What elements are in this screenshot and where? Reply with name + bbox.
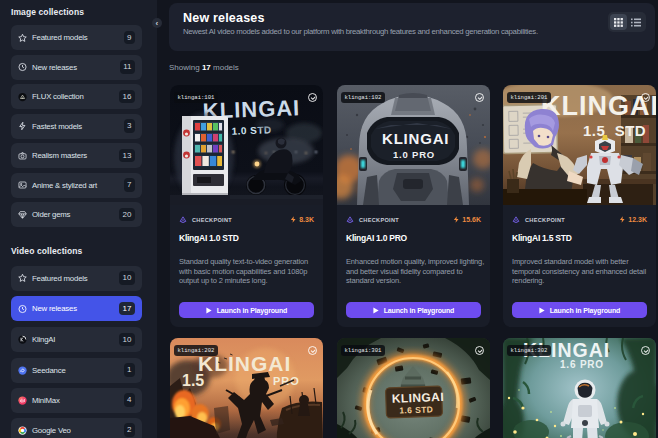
- svg-text:KLINGAI: KLINGAI: [382, 130, 449, 147]
- svg-text:1.5: 1.5: [182, 372, 204, 389]
- svg-text:1.6 PRO: 1.6 PRO: [560, 359, 604, 370]
- svg-text:KLINGAI: KLINGAI: [541, 91, 656, 121]
- svg-text:KLINGAI: KLINGAI: [392, 390, 445, 406]
- svg-text:1.0 PRO: 1.0 PRO: [393, 149, 435, 160]
- svg-text:1.5 STD: 1.5 STD: [583, 122, 646, 139]
- svg-text:PRO: PRO: [273, 375, 300, 387]
- svg-text:1.6 STD: 1.6 STD: [399, 404, 433, 415]
